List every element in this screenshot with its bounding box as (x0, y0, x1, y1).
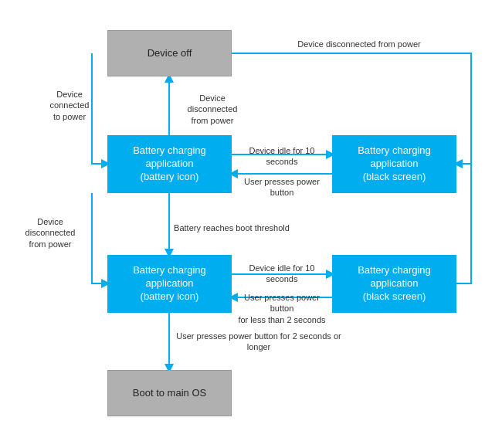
battery-charging-top-left-label: Battery chargingapplication(battery icon… (133, 144, 206, 184)
battery-charging-top-right-label: Battery chargingapplication(black screen… (358, 144, 431, 184)
battery-charging-top-left-node: Battery chargingapplication(battery icon… (107, 135, 232, 193)
device-off-label: Device off (148, 47, 192, 60)
label-power-button-top: User presses power button (236, 176, 328, 199)
label-power-button-2s: User presses power button for 2 seconds … (174, 331, 344, 353)
battery-charging-bot-left-label: Battery chargingapplication(battery icon… (133, 264, 206, 304)
label-connected-to-power: Device connectedto power (39, 89, 100, 122)
diagram: Device off Battery chargingapplication(b… (0, 0, 502, 448)
battery-charging-bot-left-node: Battery chargingapplication(battery icon… (107, 255, 232, 313)
boot-main-os-node: Boot to main OS (107, 370, 232, 416)
boot-main-os-label: Boot to main OS (133, 387, 206, 400)
label-disconnected-top: Device disconnectedfrom power (174, 93, 251, 126)
device-off-node: Device off (107, 30, 232, 76)
battery-charging-bot-right-node: Battery chargingapplication(black screen… (332, 255, 456, 313)
label-power-button-less: User presses power buttonfor less than 2… (236, 292, 328, 325)
battery-charging-bot-right-label: Battery chargingapplication(black screen… (358, 264, 431, 304)
label-disconnected-left: Device disconnectedfrom power (15, 216, 85, 249)
battery-charging-top-right-node: Battery chargingapplication(black screen… (332, 135, 456, 193)
label-disconnected-from-power-top: Device disconnected from power (293, 39, 425, 49)
label-idle-10s-bot: Device idle for 10 seconds (236, 263, 328, 285)
label-boot-threshold: Battery reaches boot threshold (174, 222, 290, 233)
label-idle-10s-top: Device idle for 10 seconds (236, 145, 328, 168)
